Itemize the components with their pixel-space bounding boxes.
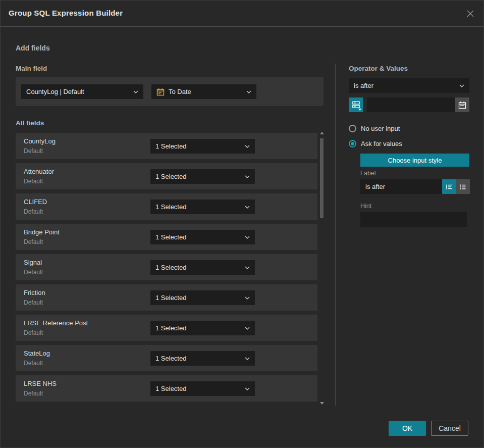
chevron-down-icon <box>245 327 250 330</box>
single-line-input-style-button[interactable] <box>442 179 456 194</box>
chevron-down-icon <box>245 296 250 300</box>
field-row: Bridge Point Default 1 Selected <box>16 224 317 250</box>
chevron-down-icon <box>245 236 250 239</box>
field-row: LRSE Reference Post Default 1 Selected <box>16 315 317 341</box>
field-subtitle: Default <box>24 299 43 306</box>
chevron-down-icon <box>245 387 250 390</box>
choose-input-style-button[interactable]: Choose input style <box>360 154 469 167</box>
field-subtitle: Default <box>24 269 43 276</box>
field-subtitle: Default <box>24 147 43 155</box>
dialog-header: Group SQL Expression Builder <box>1 1 483 27</box>
field-subtitle: Default <box>24 208 43 215</box>
add-fields-heading: Add fields <box>16 44 50 52</box>
field-row: LRSE NHS Default 1 Selected <box>16 375 317 402</box>
field-selection-dropdown[interactable]: 1 Selected <box>150 169 255 184</box>
main-field-heading: Main field <box>16 65 47 72</box>
chevron-down-icon <box>246 90 251 93</box>
field-selection-dropdown[interactable]: 1 Selected <box>150 139 255 154</box>
chevron-down-icon <box>245 175 250 178</box>
stacked-values-icon <box>352 101 360 109</box>
field-name: CLIFED <box>24 198 47 206</box>
chevron-down-icon <box>459 84 464 87</box>
radio-circle-icon <box>349 140 356 147</box>
scrollbar-thumb[interactable] <box>320 138 324 218</box>
field-row: Friction Default 1 Selected <box>16 284 317 311</box>
field-name: Attenuator <box>24 168 54 175</box>
chevron-down-icon <box>133 90 138 93</box>
calendar-icon <box>458 101 466 109</box>
list-scrollbar[interactable] <box>319 130 325 407</box>
group-sql-expression-builder-dialog: Group SQL Expression Builder Add fields … <box>0 0 484 448</box>
field-subtitle: Default <box>24 178 43 185</box>
field-name: Bridge Point <box>24 228 60 236</box>
field-selection-dropdown[interactable]: 1 Selected <box>150 381 255 396</box>
list-input-icon <box>459 183 467 191</box>
field-selection-value: 1 Selected <box>155 324 241 332</box>
field-selection-dropdown[interactable]: 1 Selected <box>150 290 255 305</box>
dialog-title: Group SQL Expression Builder <box>9 9 123 17</box>
field-row: Signal Default 1 Selected <box>16 254 317 280</box>
field-selection-value: 1 Selected <box>155 173 241 180</box>
field-row: CLIFED Default 1 Selected <box>16 193 317 220</box>
field-selection-dropdown[interactable]: 1 Selected <box>150 200 255 214</box>
field-selection-value: 1 Selected <box>155 142 241 150</box>
radio-label: Ask for values <box>361 140 402 147</box>
ok-button[interactable]: OK <box>389 421 426 436</box>
date-picker-button[interactable] <box>455 97 469 112</box>
radio-label: No user input <box>361 125 400 132</box>
panel-divider <box>335 64 336 406</box>
field-subtitle: Default <box>24 238 43 245</box>
field-subtitle: Default <box>24 360 43 367</box>
all-fields-heading: All fields <box>16 119 44 127</box>
scroll-down-icon[interactable] <box>320 402 324 405</box>
cancel-button[interactable]: Cancel <box>431 421 468 436</box>
operator-value: is after <box>354 82 455 89</box>
label-caption: Label <box>360 170 376 177</box>
field-selection-dropdown[interactable]: 1 Selected <box>150 351 255 366</box>
field-selection-value: 1 Selected <box>155 294 241 302</box>
close-icon <box>466 10 474 18</box>
field-name: CountyLog <box>24 137 56 145</box>
label-input[interactable] <box>360 179 442 194</box>
field-selection-value: 1 Selected <box>155 355 241 362</box>
date-mode-value: To Date <box>169 88 242 95</box>
operator-values-heading: Operator & Values <box>349 65 408 72</box>
value-input[interactable] <box>367 97 455 112</box>
main-field-value: CountyLog | Default <box>26 88 129 95</box>
single-line-input-icon <box>445 183 453 191</box>
radio-ask-for-values[interactable]: Ask for values <box>349 140 402 147</box>
scroll-up-icon[interactable] <box>320 132 324 134</box>
hint-caption: Hint <box>360 203 371 210</box>
field-row: CountyLog Default 1 Selected <box>16 133 317 159</box>
value-source-button[interactable] <box>349 97 363 112</box>
chevron-down-icon <box>245 145 250 148</box>
field-selection-dropdown[interactable]: 1 Selected <box>150 260 255 275</box>
field-selection-value: 1 Selected <box>155 385 241 392</box>
field-row: StateLog Default 1 Selected <box>16 345 317 371</box>
field-subtitle: Default <box>24 390 43 397</box>
date-mode-dropdown[interactable]: To Date <box>151 84 256 99</box>
field-selection-dropdown[interactable]: 1 Selected <box>150 230 255 244</box>
operator-dropdown[interactable]: is after <box>349 78 469 93</box>
all-fields-list: CountyLog Default 1 Selected Attenuator … <box>16 133 317 406</box>
field-selection-value: 1 Selected <box>155 264 241 271</box>
field-selection-dropdown[interactable]: 1 Selected <box>150 321 255 335</box>
close-button[interactable] <box>464 8 476 20</box>
list-input-style-button[interactable] <box>456 179 470 194</box>
field-name: LRSE Reference Post <box>24 319 88 327</box>
chevron-down-icon <box>245 206 250 209</box>
field-name: Friction <box>24 289 45 296</box>
chevron-down-icon <box>245 357 250 360</box>
radio-circle-icon <box>349 125 356 132</box>
main-field-panel: CountyLog | Default To Date <box>16 77 324 106</box>
dropdown-corner-indicator <box>358 109 361 111</box>
field-name: StateLog <box>24 350 50 357</box>
calendar-icon <box>156 88 165 96</box>
hint-input[interactable] <box>360 212 467 227</box>
field-row: Attenuator Default 1 Selected <box>16 163 317 189</box>
chevron-down-icon <box>245 266 250 269</box>
field-selection-value: 1 Selected <box>155 233 241 241</box>
main-field-dropdown[interactable]: CountyLog | Default <box>21 84 143 99</box>
radio-no-user-input[interactable]: No user input <box>349 125 400 132</box>
field-selection-value: 1 Selected <box>155 203 241 211</box>
